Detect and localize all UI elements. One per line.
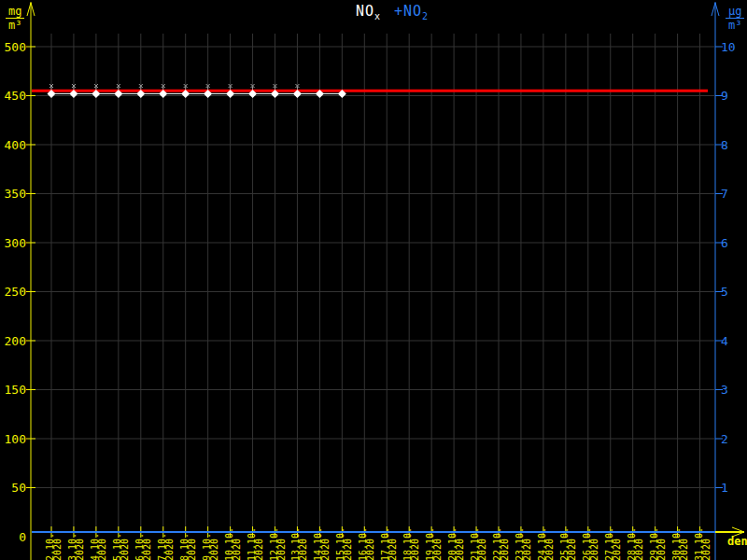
x-year-label: 2020 (187, 539, 197, 560)
x-year-label: 2020 (701, 539, 712, 560)
left-tick-label: 100 (5, 432, 26, 446)
no2-text: +NO (394, 3, 422, 20)
x-year-label: 2020 (120, 539, 130, 560)
nox-subscript: x (374, 11, 381, 21)
left-tick-label: 450 (5, 89, 26, 103)
x-year-label: 2020 (679, 539, 689, 560)
x-year-label: 2020 (477, 539, 487, 560)
x-year-label: 2020 (254, 539, 264, 560)
x-year-label: 2020 (567, 539, 577, 560)
x-year-label: 2020 (612, 539, 622, 560)
x-year-label: 2020 (164, 539, 175, 560)
x-year-label: 2020 (544, 539, 555, 560)
x-year-label: 2020 (388, 539, 398, 560)
left-tick-label: 500 (5, 40, 26, 54)
left-tick-label: 0 (19, 530, 26, 544)
x-axis-label: den (727, 535, 747, 548)
x-year-label: 2020 (522, 539, 532, 560)
x-year-label: 2020 (589, 539, 599, 560)
x-year-label: 2020 (455, 539, 465, 560)
left-tick-label: 250 (5, 285, 26, 299)
x-year-label: 2020 (500, 539, 510, 560)
right-tick-label: 8 (721, 138, 728, 152)
x-year-label: 2020 (298, 539, 308, 560)
chart-title: NOx+NO2 (356, 3, 429, 21)
right-tick-label: 4 (721, 334, 728, 348)
x-year-label: 2020 (320, 539, 331, 560)
right-tick-label: 9 (721, 89, 728, 103)
x-year-label: 2020 (410, 539, 420, 560)
right-tick-label: 7 (721, 187, 728, 201)
left-tick-label: 350 (5, 187, 26, 201)
x-year-label: 2020 (142, 539, 152, 560)
x-year-label: 2020 (276, 539, 287, 560)
x-year-label: 2020 (365, 539, 375, 560)
right-tick-label: 5 (721, 285, 728, 299)
no2-subscript: 2 (422, 11, 429, 21)
right-tick-label: 10 (721, 40, 736, 54)
right-tick-label: 2 (721, 432, 728, 446)
right-tick-label: 3 (721, 383, 728, 397)
series-label-no2: +NO2 (394, 3, 429, 20)
right-unit-denominator: m³ (726, 19, 744, 32)
x-year-label: 2020 (75, 539, 85, 560)
left-tick-label: 150 (5, 383, 26, 397)
right-axis-unit: µg m³ (726, 5, 744, 32)
x-year-label: 2020 (52, 539, 63, 560)
chart-window: 5004504003503002502001501005001098765432… (0, 0, 747, 560)
right-tick-label: 6 (721, 236, 728, 250)
left-tick-label: 300 (5, 236, 26, 250)
x-year-label: 2020 (432, 539, 443, 560)
left-tick-label: 200 (5, 334, 26, 348)
series-label-nox: NOx (356, 3, 381, 20)
left-axis-unit: mg m³ (6, 5, 24, 32)
left-unit-denominator: m³ (6, 19, 24, 32)
left-unit-numerator: mg (6, 5, 24, 19)
x-year-label: 2020 (343, 539, 353, 560)
x-year-label: 2020 (634, 539, 644, 560)
right-tick-label: 1 (721, 481, 728, 495)
nox-text: NO (356, 3, 374, 20)
x-year-label: 2020 (232, 539, 242, 560)
x-year-label: 2020 (656, 539, 667, 560)
left-tick-label: 400 (5, 138, 26, 152)
x-year-label: 2020 (97, 539, 107, 560)
plot-canvas: 5004504003503002502001501005001098765432… (0, 0, 747, 560)
right-unit-numerator: µg (726, 5, 744, 19)
left-tick-label: 50 (11, 481, 26, 495)
x-year-label: 2020 (209, 539, 219, 560)
